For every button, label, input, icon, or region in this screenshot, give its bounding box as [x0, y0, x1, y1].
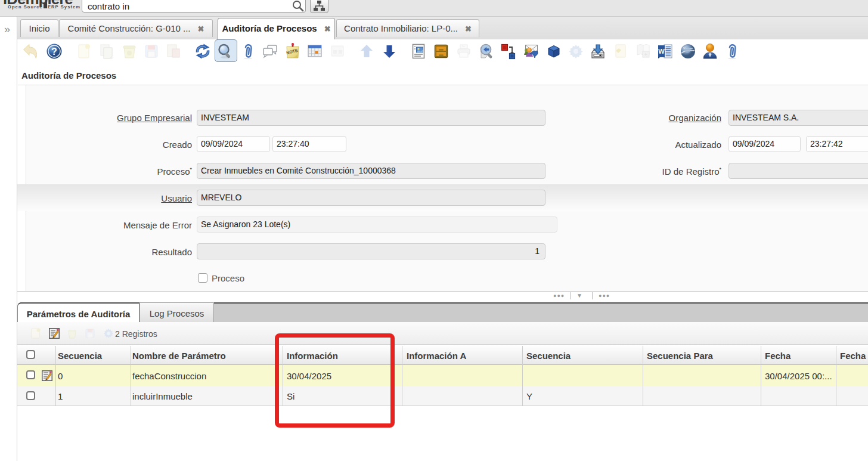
svg-text:?: ? — [51, 47, 57, 57]
svg-text:W: W — [658, 48, 665, 55]
